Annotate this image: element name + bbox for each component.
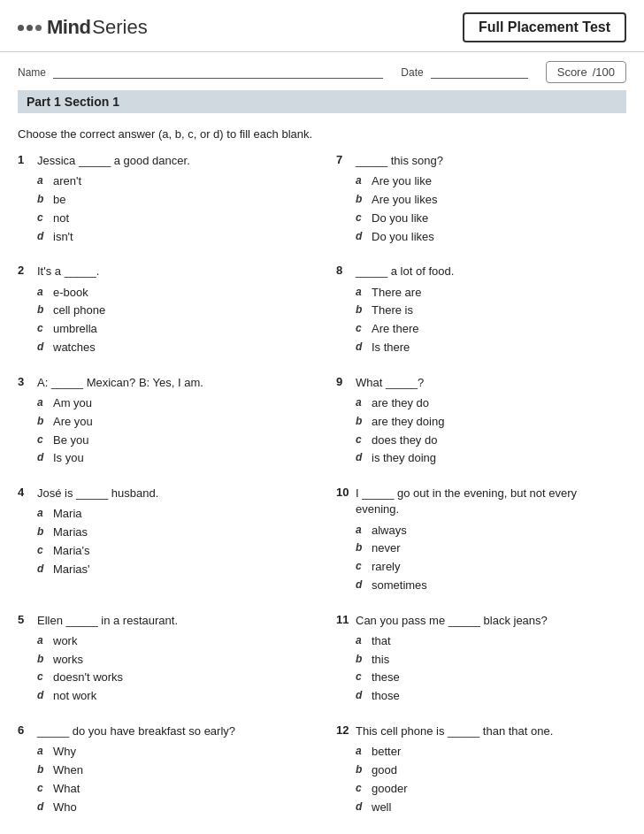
options-1: aaren'tbbecnotdisn't: [18, 172, 315, 246]
question-8: 8_____ a lot of food.aThere arebThere is…: [322, 258, 626, 369]
question-stem-5: 5Ellen _____ in a restaurant.: [18, 613, 315, 629]
question-stem-6: 6_____ do you have breakfast so early?: [18, 723, 315, 739]
dot-2: [27, 25, 33, 31]
option-letter: c: [37, 780, 48, 797]
question-stem-7: 7_____ this song?: [336, 153, 619, 169]
option-text: There is: [372, 302, 413, 320]
option-letter: c: [37, 542, 48, 559]
question-stem-10: 10I _____ go out in the evening, but not…: [336, 486, 619, 517]
option-letter: a: [37, 743, 48, 760]
question-number-12: 12: [336, 723, 350, 737]
option-text: When: [53, 761, 83, 780]
option-7-b: bAre you likes: [356, 191, 619, 210]
option-1-a: aaren't: [37, 172, 315, 191]
date-field: Date: [401, 66, 527, 79]
option-text: Is there: [372, 339, 410, 357]
option-1-b: bbe: [37, 191, 315, 210]
page: Mind Series Full Placement Test Name Dat…: [0, 0, 644, 834]
option-letter: a: [356, 522, 366, 539]
name-line: [53, 66, 383, 79]
option-letter: c: [37, 432, 48, 448]
option-text: these: [372, 669, 400, 687]
question-stem-1: 1Jessica _____ a good dancer.: [18, 153, 315, 169]
option-text: does they do: [372, 432, 437, 450]
question-text-11: Can you pass me _____ black jeans?: [356, 613, 548, 629]
option-text: Are you likes: [372, 191, 437, 210]
option-2-b: bcell phone: [37, 302, 315, 320]
option-letter: d: [356, 228, 366, 245]
option-text: Who: [53, 799, 77, 817]
option-letter: c: [356, 669, 366, 685]
option-letter: b: [37, 413, 48, 430]
option-text: is they doing: [372, 449, 436, 468]
question-2: 2It's a _____.ae-bookbcell phonecumbrell…: [18, 258, 322, 369]
option-5-d: dnot work: [37, 687, 315, 706]
option-9-b: bare they doing: [356, 413, 619, 432]
question-text-6: _____ do you have breakfast so early?: [37, 723, 235, 739]
question-text-2: It's a _____.: [37, 264, 99, 279]
questions-grid: 1Jessica _____ a good dancer.aaren'tbbec…: [0, 148, 644, 829]
question-text-9: What _____?: [356, 375, 424, 391]
question-number-7: 7: [336, 153, 350, 166]
option-letter: b: [37, 191, 48, 208]
options-2: ae-bookbcell phonecumbrelladwatches: [18, 284, 315, 357]
option-12-a: abetter: [356, 743, 619, 761]
option-letter: a: [356, 284, 366, 301]
option-9-a: aare they do: [356, 394, 619, 413]
option-letter: d: [37, 228, 48, 245]
question-text-10: I _____ go out in the evening, but not e…: [356, 486, 619, 517]
option-text: Do you likes: [372, 228, 434, 247]
question-stem-9: 9What _____?: [336, 375, 619, 391]
option-3-c: cBe you: [37, 432, 315, 450]
question-4: 4José is _____ husband.aMariabMariascMar…: [18, 480, 322, 608]
logo-mind-text: Mind: [47, 16, 90, 39]
option-text: Marias: [53, 524, 88, 542]
question-stem-11: 11Can you pass me _____ black jeans?: [336, 613, 619, 629]
option-letter: a: [37, 394, 48, 411]
option-text: Maria: [53, 505, 82, 524]
option-letter: c: [356, 210, 366, 226]
option-text: cell phone: [53, 302, 105, 320]
option-text: isn't: [53, 228, 73, 247]
option-text: aren't: [53, 172, 81, 191]
option-letter: b: [37, 302, 48, 318]
dot-3: [35, 25, 42, 31]
options-4: aMariabMariascMaria'sdMarias': [18, 505, 315, 578]
option-1-c: cnot: [37, 210, 315, 228]
option-12-d: dwell: [356, 799, 619, 817]
dot-1: [18, 25, 24, 31]
header: Mind Series Full Placement Test: [0, 0, 644, 52]
option-letter: a: [356, 632, 366, 649]
question-3: 3A: _____ Mexican? B: Yes, I am.aAm youb…: [18, 370, 322, 480]
option-letter: d: [356, 449, 366, 466]
option-text: Why: [53, 743, 76, 761]
option-text: be: [53, 191, 65, 210]
option-text: Is you: [53, 449, 84, 468]
option-letter: b: [37, 651, 48, 668]
options-11: athatbthiscthesedthose: [336, 632, 619, 706]
option-letter: b: [356, 302, 366, 318]
option-text: are they do: [372, 394, 429, 413]
option-letter: d: [37, 561, 48, 578]
question-1: 1Jessica _____ a good dancer.aaren'tbbec…: [18, 148, 322, 258]
option-text: Maria's: [53, 542, 90, 561]
option-text: good: [372, 761, 397, 780]
question-number-8: 8: [336, 264, 350, 277]
name-field: Name: [18, 66, 383, 79]
option-4-a: aMaria: [37, 505, 315, 524]
question-stem-8: 8_____ a lot of food.: [336, 264, 619, 279]
option-letter: c: [356, 320, 366, 337]
option-4-b: bMarias: [37, 524, 315, 542]
option-letter: a: [37, 284, 48, 301]
question-text-12: This cell phone is _____ than that one.: [356, 723, 553, 739]
options-9: aare they dobare they doingcdoes they do…: [336, 394, 619, 468]
info-row: Name Date Score /100: [0, 52, 644, 90]
option-text: Are you: [53, 413, 93, 432]
option-text: Are there: [372, 320, 418, 339]
question-stem-3: 3A: _____ Mexican? B: Yes, I am.: [18, 375, 315, 391]
option-text: There are: [372, 284, 421, 302]
score-box: Score /100: [546, 61, 626, 83]
question-10: 10I _____ go out in the evening, but not…: [322, 480, 626, 608]
option-text: What: [53, 780, 80, 799]
option-5-c: cdoesn't works: [37, 669, 315, 687]
